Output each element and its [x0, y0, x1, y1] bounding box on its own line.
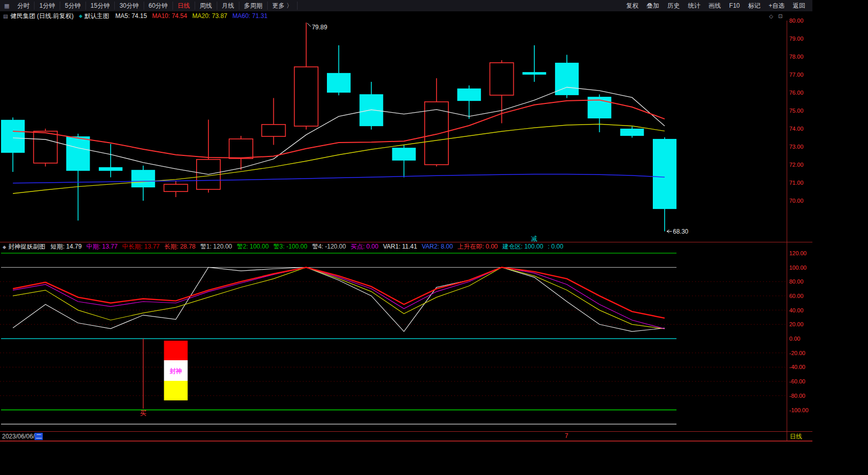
document-icon: ▤ — [3, 13, 8, 19]
titlebar-mini-icons: ◇ ⊡ — [769, 11, 783, 21]
toolbar-button[interactable]: 历史 — [663, 2, 684, 10]
indicator-param: 警2: 100.00 — [237, 243, 269, 250]
toolbar-button[interactable]: F10 — [725, 2, 744, 10]
toolbar-button[interactable]: 统计 — [684, 2, 704, 10]
indicator-tick: 60.00 — [789, 292, 812, 300]
ma-value: MA20: 73.87 — [192, 12, 227, 20]
period-tab[interactable]: 1分钟 — [34, 2, 60, 10]
indicator-param: 中长期: 13.77 — [122, 243, 160, 250]
svg-text:买: 买 — [140, 410, 147, 417]
period-tab[interactable]: 多周期 — [239, 2, 268, 10]
price-tick: 72.00 — [789, 161, 812, 168]
ma-readout: MA5: 74.15MA10: 74.54MA20: 73.87MA60: 71… — [115, 12, 273, 20]
period-tab[interactable]: 60分钟 — [144, 2, 173, 10]
candles-layer — [1, 23, 676, 232]
indicator-tick: 40.00 — [789, 307, 812, 314]
axis-divider — [787, 21, 787, 441]
price-tick: 71.00 — [789, 179, 812, 186]
app-bottom-border — [0, 441, 812, 442]
price-tick: 74.00 — [789, 125, 812, 132]
price-tick: 79.00 — [789, 35, 812, 42]
price-tick: 70.00 — [789, 197, 812, 204]
indicator-tick: -60.00 — [789, 378, 812, 385]
window-layout-icon[interactable]: ⊡ — [778, 13, 783, 19]
date-label: 2023/06/06/二 — [2, 432, 43, 441]
price-tick: 75.00 — [789, 107, 812, 114]
grid-layer — [0, 253, 787, 424]
ma-value: MA60: 71.31 — [233, 12, 268, 20]
indicator-title[interactable]: 封神捉妖副图 — [8, 242, 45, 251]
status-bar: 2023/06/06/二 7 日线 — [0, 432, 812, 441]
day-marker: 7 — [565, 432, 568, 439]
period-tab[interactable]: 15分钟 — [86, 2, 115, 10]
indicator-diamond-icon: ◆ — [79, 13, 82, 19]
period-tab[interactable]: 5分钟 — [60, 2, 86, 10]
indicator-chart[interactable]: 买封神 — [0, 242, 787, 431]
indicator-lines-layer — [13, 268, 665, 332]
indicator-tick: -80.00 — [789, 392, 812, 399]
period-tab[interactable]: 分时 — [12, 2, 34, 10]
indicator-param: 长期: 28.78 — [164, 243, 196, 250]
indicator-param: VAR2: 8.00 — [422, 243, 453, 250]
price-tick: 76.00 — [789, 89, 812, 96]
toolbar-button[interactable]: 画线 — [704, 2, 725, 10]
indicator-param: 建仓区: 100.00 — [502, 243, 543, 250]
diamond-toggle-icon[interactable]: ◇ — [769, 13, 773, 19]
price-tick: 80.00 — [789, 17, 812, 24]
svg-text:减: 减 — [531, 235, 538, 242]
screen: ▦ 分时1分钟5分钟15分钟30分钟60分钟日线周线月线多周期更多 〉 复权叠加… — [0, 0, 868, 475]
stock-app-window: ▦ 分时1分钟5分钟15分钟30分钟60分钟日线周线月线多周期更多 〉 复权叠加… — [0, 0, 812, 442]
toolbar-button[interactable]: 叠加 — [643, 2, 663, 10]
weekday-badge: 二 — [34, 433, 43, 440]
ma-lines-layer — [13, 87, 665, 194]
toolbar-button[interactable]: 复权 — [622, 2, 643, 10]
ma-value: MA10: 74.54 — [152, 12, 187, 20]
indicator-param: VAR1: 11.41 — [383, 243, 417, 250]
period-tab[interactable]: 更多 〉 — [268, 2, 298, 10]
period-indicator: 日线 — [790, 432, 802, 441]
indicator-tick: 80.00 — [789, 278, 812, 285]
indicator-param: 警1: 120.00 — [200, 243, 232, 250]
indicator-tick: 0.00 — [789, 335, 812, 342]
indicator-param: 中期: 13.77 — [86, 243, 118, 250]
indicator-param: 警4: -120.00 — [312, 243, 346, 250]
indicator-tick: -100.00 — [789, 407, 812, 414]
svg-text:封神: 封神 — [170, 367, 182, 375]
svg-text:68.30: 68.30 — [673, 228, 688, 235]
indicator-tick: -20.00 — [789, 349, 812, 357]
svg-text:79.89: 79.89 — [312, 24, 327, 31]
toolbar-button[interactable]: 标记 — [744, 2, 765, 10]
top-menubar: ▦ 分时1分钟5分钟15分钟30分钟60分钟日线周线月线多周期更多 〉 复权叠加… — [0, 0, 812, 11]
chart-titlebar: ▤ 健民集团 (日线.前复权) ◆ 默认主图 MA5: 74.15MA10: 7… — [0, 11, 812, 21]
indicator-header: ◆ 封神捉妖副图 短期: 14.79中期: 13.77中长期: 13.77长期:… — [0, 243, 568, 251]
period-tab[interactable]: 30分钟 — [115, 2, 144, 10]
indicator-param: 短期: 14.79 — [50, 243, 82, 250]
main-indicator-label[interactable]: 默认主图 — [84, 12, 109, 21]
indicator-tick: 120.00 — [789, 250, 812, 257]
indicator-tick: 100.00 — [789, 264, 812, 271]
price-tick: 77.00 — [789, 71, 812, 78]
toolbar-button[interactable]: 返回 — [789, 2, 809, 10]
indicator-param-readout: 短期: 14.79中期: 13.77中长期: 13.77长期: 28.78警1:… — [50, 242, 568, 251]
indicator-param: 上升在即: 0.00 — [458, 243, 498, 250]
indicator-param: : 0.00 — [548, 243, 563, 250]
period-tab[interactable]: 周线 — [195, 2, 217, 10]
period-tab[interactable]: 日线 — [173, 2, 195, 10]
indicator-param: 警3: -100.00 — [273, 243, 307, 250]
indicator-diamond-icon: ◆ — [3, 244, 6, 250]
toolbar-button[interactable]: +自选 — [765, 2, 789, 10]
toolbar-menu: 复权叠加历史统计画线F10标记+自选返回 — [622, 2, 809, 10]
period-tab[interactable]: 月线 — [217, 2, 239, 10]
period-menu: 分时1分钟5分钟15分钟30分钟60分钟日线周线月线多周期更多 〉 — [12, 0, 298, 11]
ma-value: MA5: 74.15 — [115, 12, 147, 20]
app-grid-icon: ▦ — [4, 3, 9, 9]
main-candlestick-chart[interactable]: 79.8968.30减 — [0, 21, 787, 242]
indicator-tick: 20.00 — [789, 321, 812, 328]
symbol-title: 健民集团 (日线.前复权) — [10, 12, 74, 21]
indicator-param: 买点: 0.00 — [351, 243, 378, 250]
price-tick: 73.00 — [789, 143, 812, 150]
indicator-tick: -40.00 — [789, 363, 812, 371]
price-tick: 78.00 — [789, 53, 812, 60]
